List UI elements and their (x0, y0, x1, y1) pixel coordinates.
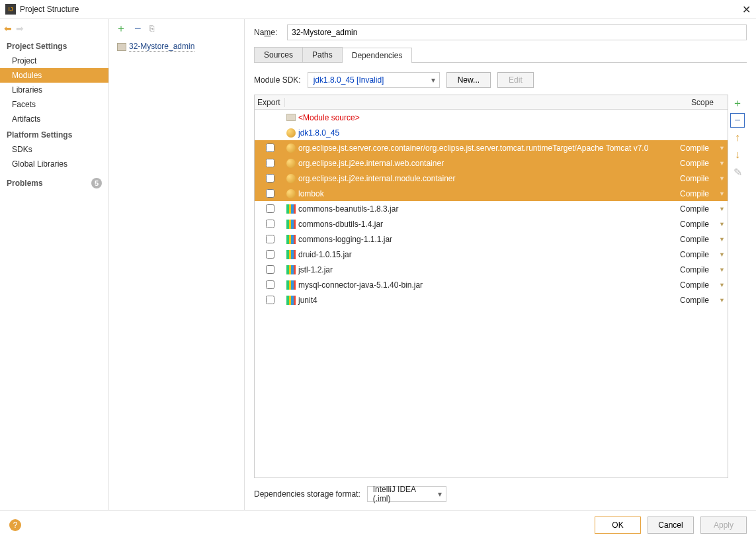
titlebar: IJ Project Structure ✕ (0, 0, 756, 19)
sidebar-problems[interactable]: Problems 5 (0, 171, 108, 195)
export-checkbox[interactable] (266, 250, 274, 259)
dependency-row[interactable]: jdk1.8.0_45 (255, 125, 728, 140)
dep-edit-icon[interactable]: ✎ (730, 165, 745, 179)
dependency-row[interactable]: org.eclipse.jst.j2ee.internal.module.con… (255, 171, 728, 186)
apply-button: Apply (700, 517, 747, 534)
remove-icon[interactable]: − (134, 22, 142, 36)
export-checkbox[interactable] (266, 159, 274, 167)
dependency-row[interactable]: org.eclipse.jst.j2ee.internal.web.contai… (255, 155, 728, 171)
cancel-button[interactable]: Cancel (648, 517, 694, 534)
edit-sdk-button: Edit (497, 72, 534, 88)
dependency-row[interactable]: org.eclipse.jst.server.core.container/or… (255, 140, 728, 155)
jar-icon (286, 265, 296, 274)
dependency-row[interactable]: mysql-connector-java-5.1.40-bin.jarCompi… (255, 277, 728, 292)
footer: ? OK Cancel Apply (0, 510, 756, 539)
jar-icon (286, 296, 296, 305)
export-checkbox[interactable] (266, 220, 274, 228)
sidebar-item-libraries[interactable]: Libraries (0, 83, 108, 97)
export-checkbox[interactable] (266, 296, 274, 304)
jar-icon (286, 204, 296, 214)
tab-sources[interactable]: Sources (254, 47, 303, 62)
dependency-row[interactable]: <Module source> (255, 110, 728, 125)
name-label: Name: (254, 28, 280, 37)
dependency-row[interactable]: junit4Compile▼ (255, 292, 728, 308)
module-tree-item[interactable]: 32-Mystore_admin (109, 40, 244, 53)
details-panel: Name: SourcesPathsDependencies Module SD… (245, 19, 756, 510)
export-checkbox[interactable] (266, 280, 274, 289)
scope-cell[interactable]: Compile▼ (677, 296, 728, 305)
ok-button[interactable]: OK (595, 517, 641, 534)
scope-cell[interactable]: Compile▼ (677, 174, 728, 183)
dependency-row[interactable]: druid-1.0.15.jarCompile▼ (255, 247, 728, 262)
lib-icon (286, 144, 296, 153)
sdk-icon (286, 128, 296, 138)
storage-label: Dependencies storage format: (254, 489, 360, 499)
scope-cell[interactable]: Compile▼ (677, 144, 728, 153)
scope-cell[interactable]: Compile▼ (677, 235, 728, 244)
export-checkbox[interactable] (266, 174, 274, 183)
lib-icon (286, 189, 296, 198)
storage-format-select[interactable]: IntelliJ IDEA (.iml) (367, 486, 446, 502)
dependency-row[interactable]: commons-dbutils-1.4.jarCompile▼ (255, 216, 728, 231)
dep-add-icon[interactable]: ＋ (730, 96, 745, 110)
jar-icon (286, 235, 296, 244)
module-folder-icon (117, 43, 126, 51)
scope-cell[interactable]: Compile▼ (677, 159, 728, 168)
sidebar-item-artifacts[interactable]: Artifacts (0, 112, 108, 126)
dependency-row[interactable]: commons-beanutils-1.8.3.jarCompile▼ (255, 201, 728, 216)
copy-icon[interactable]: ⎘ (149, 24, 154, 33)
forward-icon[interactable]: ➡ (16, 23, 24, 34)
module-name-input[interactable] (287, 24, 747, 40)
platform-settings-header: Platform Settings (0, 126, 108, 142)
sidebar-item-project[interactable]: Project (0, 54, 108, 68)
module-sdk-label: Module SDK: (254, 75, 301, 85)
modsrc-icon (286, 114, 296, 121)
help-icon[interactable]: ? (9, 519, 21, 531)
jar-icon (286, 250, 296, 259)
jar-icon (286, 280, 296, 290)
intellij-icon: IJ (5, 4, 16, 15)
lib-icon (286, 159, 296, 168)
sidebar: ⬅ ➡ Project Settings ProjectModulesLibra… (0, 19, 109, 510)
export-checkbox[interactable] (266, 235, 274, 243)
export-checkbox[interactable] (266, 265, 274, 274)
tab-dependencies[interactable]: Dependencies (342, 48, 413, 63)
export-checkbox[interactable] (266, 144, 274, 152)
project-settings-header: Project Settings (0, 38, 108, 54)
module-list-panel: ＋ − ⎘ 32-Mystore_admin (109, 19, 245, 510)
export-header: Export (255, 98, 285, 107)
export-checkbox[interactable] (266, 204, 274, 213)
dependency-row[interactable]: jstl-1.2.jarCompile▼ (255, 262, 728, 277)
lib-icon (286, 174, 296, 183)
sidebar-item-global-libraries[interactable]: Global Libraries (0, 157, 108, 171)
sidebar-item-facets[interactable]: Facets (0, 97, 108, 112)
tab-paths[interactable]: Paths (302, 47, 343, 62)
dep-remove-icon[interactable]: − (730, 113, 745, 128)
scope-header: Scope (677, 98, 728, 107)
dependencies-table: Export Scope <Module source>jdk1.8.0_45o… (254, 95, 728, 478)
sidebar-item-modules[interactable]: Modules (0, 68, 108, 83)
scope-cell[interactable]: Compile▼ (677, 204, 728, 214)
module-sdk-select[interactable]: jdk1.8.0_45 [Invalid] (308, 72, 440, 88)
export-checkbox[interactable] (266, 189, 274, 198)
scope-cell[interactable]: Compile▼ (677, 280, 728, 290)
new-sdk-button[interactable]: New... (446, 72, 491, 88)
dependency-row[interactable]: lombokCompile▼ (255, 186, 728, 201)
add-icon[interactable]: ＋ (116, 22, 126, 36)
scope-cell[interactable]: Compile▼ (677, 250, 728, 259)
scope-cell[interactable]: Compile▼ (677, 189, 728, 198)
window-title: Project Structure (20, 5, 79, 14)
back-icon[interactable]: ⬅ (4, 23, 12, 34)
dependency-row[interactable]: commons-logging-1.1.1.jarCompile▼ (255, 231, 728, 247)
jar-icon (286, 220, 296, 229)
dep-move-down-icon[interactable]: ↓ (730, 147, 745, 162)
close-icon[interactable]: ✕ (742, 3, 751, 16)
sidebar-item-sdks[interactable]: SDKs (0, 142, 108, 157)
scope-cell[interactable]: Compile▼ (677, 220, 728, 229)
dep-move-up-icon[interactable]: ↑ (730, 130, 745, 145)
scope-cell[interactable]: Compile▼ (677, 265, 728, 274)
problems-count-badge: 5 (91, 178, 102, 188)
